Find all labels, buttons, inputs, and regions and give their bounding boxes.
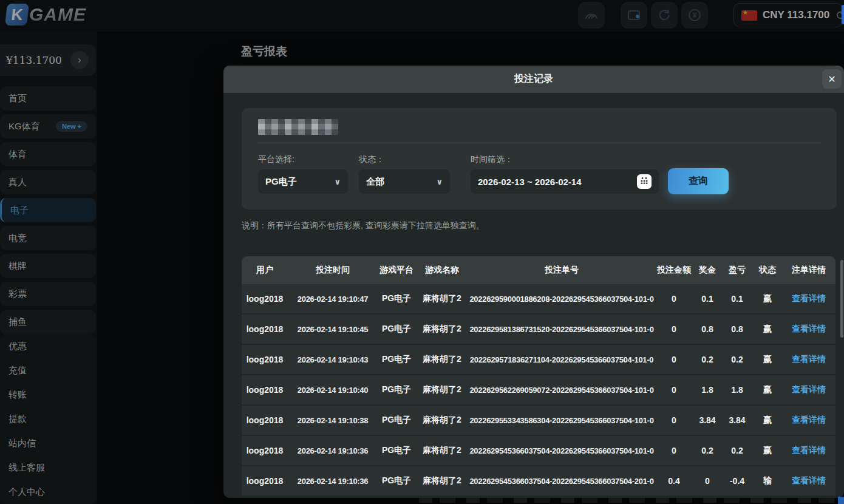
cell-platform: PG电子 xyxy=(378,384,415,395)
cell-user: loog2018 xyxy=(242,415,288,425)
cell-profit: 0.1 xyxy=(721,294,753,304)
edge-widget-top xyxy=(842,5,844,24)
table-row: loog2018 2026-02-14 19:10:40 PG电子 麻将胡了2 … xyxy=(242,375,835,406)
status-label: 状态： xyxy=(359,154,384,165)
cell-profit: 0.8 xyxy=(721,324,753,334)
censored-username xyxy=(258,119,338,135)
cell-platform: PG电子 xyxy=(378,324,415,335)
cell-bonus: 0.2 xyxy=(693,446,721,455)
table-row: loog2018 2026-02-14 19:10:43 PG电子 麻将胡了2 … xyxy=(242,345,835,375)
cell-game-name: 麻将胡了2 xyxy=(415,415,469,426)
status-select-value: 全部 xyxy=(366,176,384,188)
cell-bet-time: 2026-02-14 19:10:47 xyxy=(288,295,378,304)
platform-select-value: PG电子 xyxy=(265,176,297,188)
cell-bet-number: 2022629545366037504-2022629545366037504-… xyxy=(469,477,655,486)
cell-platform: PG电子 xyxy=(378,293,415,304)
view-detail-link[interactable]: 查看详情 xyxy=(782,415,835,426)
column-header: 投注单号 xyxy=(469,265,655,276)
edge-widget-bottom xyxy=(838,497,844,504)
query-button[interactable]: 查询 xyxy=(668,168,729,194)
table-row: loog2018 2026-02-14 19:10:38 PG电子 麻将胡了2 … xyxy=(242,406,835,436)
cell-bet-number: 2022629581386731520-2022629545366037504-… xyxy=(469,325,655,334)
status-select[interactable]: 全部 ∨ xyxy=(359,169,450,194)
cell-user: loog2018 xyxy=(242,446,288,455)
cell-status: 赢 xyxy=(753,445,782,456)
column-header: 用户 xyxy=(242,265,288,276)
cell-status: 赢 xyxy=(753,384,782,395)
platform-label: 平台选择: xyxy=(258,154,294,165)
cell-bonus: 0 xyxy=(693,476,721,486)
cell-bet-number: 2022629553343586304-2022629545366037504-… xyxy=(469,416,655,425)
cell-status: 赢 xyxy=(753,354,782,365)
cell-bet-amount: 0 xyxy=(655,415,693,425)
cell-bet-time: 2026-02-14 19:10:38 xyxy=(288,416,378,425)
cell-profit: -0.4 xyxy=(721,476,753,486)
date-range-value: 2026-02-13 ~ 2026-02-14 xyxy=(478,177,582,187)
column-header: 注单详情 xyxy=(782,265,835,276)
view-detail-link[interactable]: 查看详情 xyxy=(782,354,835,365)
cell-bet-amount: 0 xyxy=(655,446,693,455)
calendar-icon[interactable] xyxy=(637,174,652,189)
cell-bet-number: 2022629562269059072-2022629545366037504-… xyxy=(469,386,655,395)
cell-status: 赢 xyxy=(753,324,782,335)
chevron-down-icon: ∨ xyxy=(436,177,443,186)
cell-status: 赢 xyxy=(753,293,782,304)
filter-note: 说明：所有平台查询不包括彩票, 查询彩票请下拉筛选单独查询。 xyxy=(242,220,485,231)
cell-bet-amount: 0 xyxy=(655,294,693,304)
cell-bonus: 0.1 xyxy=(693,294,721,304)
column-header: 投注金额 xyxy=(655,265,693,276)
cell-profit: 0.2 xyxy=(721,446,753,455)
cell-game-name: 麻将胡了2 xyxy=(415,354,469,365)
cell-user: loog2018 xyxy=(242,324,288,334)
chevron-down-icon: ∨ xyxy=(334,177,341,186)
cell-bet-amount: 0 xyxy=(655,385,693,395)
cell-bet-time: 2026-02-14 19:10:36 xyxy=(288,477,378,486)
view-detail-link[interactable]: 查看详情 xyxy=(782,324,835,335)
cell-user: loog2018 xyxy=(242,385,288,395)
cell-bet-time: 2026-02-14 19:10:40 xyxy=(288,386,378,395)
cell-bet-amount: 0 xyxy=(655,324,693,334)
bet-table-header: 用户投注时间游戏平台游戏名称投注单号投注金额奖金盈亏状态注单详情 xyxy=(242,256,835,284)
cell-profit: 3.84 xyxy=(721,415,753,425)
cell-bet-number: 2022629590001886208-2022629545366037504-… xyxy=(469,295,655,304)
table-row: loog2018 2026-02-14 19:10:36 PG电子 麻将胡了2 … xyxy=(242,466,835,497)
cell-bonus: 0.8 xyxy=(693,324,721,334)
filter-panel: 平台选择: PG电子 ∨ 状态： 全部 ∨ 时间筛选： 2026-02-13 ~… xyxy=(242,108,837,209)
cell-bet-time: 2026-02-14 19:10:36 xyxy=(288,446,378,455)
cell-bonus: 3.84 xyxy=(693,415,721,425)
column-header: 盈亏 xyxy=(721,265,753,276)
view-detail-link[interactable]: 查看详情 xyxy=(782,384,835,395)
cell-platform: PG电子 xyxy=(378,445,415,456)
cell-platform: PG电子 xyxy=(378,475,415,486)
column-header: 游戏平台 xyxy=(378,265,415,276)
column-header: 状态 xyxy=(753,265,782,276)
bet-record-modal: 投注记录 ✕ 平台选择: PG电子 ∨ 状态： 全部 ∨ 时间筛选： 2026-… xyxy=(223,66,844,498)
view-detail-link[interactable]: 查看详情 xyxy=(782,475,835,486)
cell-platform: PG电子 xyxy=(378,354,415,365)
column-header: 投注时间 xyxy=(288,265,378,276)
cell-platform: PG电子 xyxy=(378,415,415,426)
cell-game-name: 麻将胡了2 xyxy=(415,475,469,486)
bet-table: 用户投注时间游戏平台游戏名称投注单号投注金额奖金盈亏状态注单详情 loog201… xyxy=(242,256,835,498)
cell-bet-amount: 0.4 xyxy=(655,476,693,486)
view-detail-link[interactable]: 查看详情 xyxy=(782,445,835,456)
platform-select[interactable]: PG电子 ∨ xyxy=(258,169,348,194)
cell-game-name: 麻将胡了2 xyxy=(415,324,469,335)
cell-bet-number: 2022629545366037504-2022629545366037504-… xyxy=(469,446,655,455)
table-row: loog2018 2026-02-14 19:10:36 PG电子 麻将胡了2 … xyxy=(242,436,835,466)
modal-title: 投注记录 xyxy=(514,73,553,86)
divider xyxy=(258,143,820,143)
close-icon[interactable]: ✕ xyxy=(822,69,842,89)
time-label: 时间筛选： xyxy=(471,154,513,165)
date-range-input[interactable]: 2026-02-13 ~ 2026-02-14 xyxy=(471,169,659,194)
cell-bonus: 1.8 xyxy=(693,385,721,395)
cell-status: 输 xyxy=(753,475,782,486)
cell-game-name: 麻将胡了2 xyxy=(415,384,469,395)
cell-bet-number: 2022629571836271104-2022629545366037504-… xyxy=(469,355,655,364)
table-scrollbar[interactable] xyxy=(840,260,843,338)
cell-game-name: 麻将胡了2 xyxy=(415,445,469,456)
cell-status: 赢 xyxy=(753,415,782,426)
column-header: 游戏名称 xyxy=(415,265,469,276)
cell-user: loog2018 xyxy=(242,355,288,364)
view-detail-link[interactable]: 查看详情 xyxy=(782,293,835,304)
